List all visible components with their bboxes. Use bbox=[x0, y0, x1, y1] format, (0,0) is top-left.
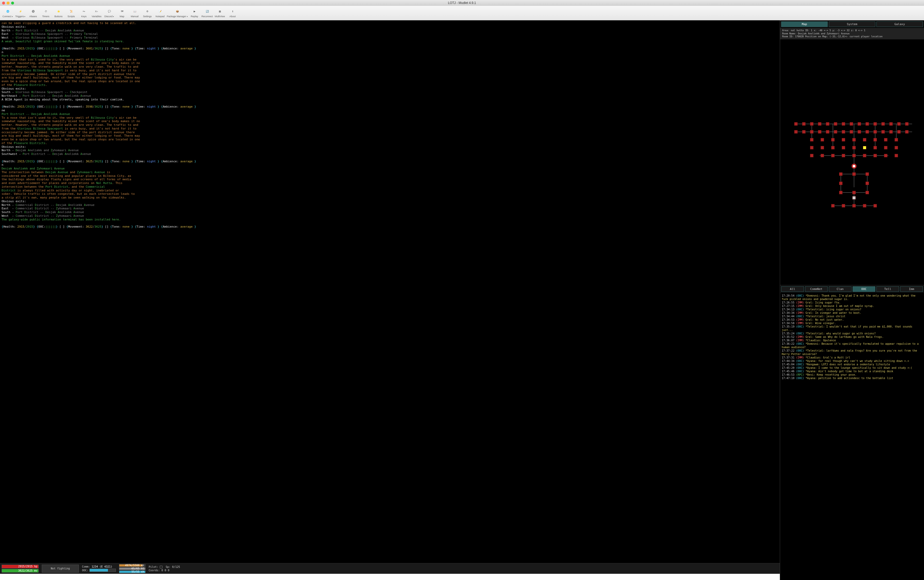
chat-tab-tell[interactable]: Tell bbox=[876, 286, 899, 292]
manual-icon: 📖 bbox=[132, 8, 138, 15]
svg-rect-16 bbox=[794, 130, 797, 133]
toolbar-connect[interactable]: 🌐Connect▾ bbox=[2, 7, 14, 20]
fight-status: Not fighting bbox=[42, 565, 79, 573]
map-info-room: Room Name: Desjak Anoliekk and Zyhomaari… bbox=[782, 32, 922, 35]
chat-tab-ooc[interactable]: OOC bbox=[853, 286, 875, 292]
toolbar-variables[interactable]: X=Variables bbox=[91, 7, 102, 20]
svg-rect-83 bbox=[842, 204, 845, 207]
svg-rect-75 bbox=[866, 173, 869, 176]
toolbar-reconnect[interactable]: 🔄Reconnect bbox=[201, 7, 213, 20]
zoom-button[interactable] bbox=[11, 2, 14, 5]
svg-rect-65 bbox=[832, 154, 835, 157]
titlebar: LOTJ - Mudlet 4.9.1 bbox=[0, 0, 924, 6]
toolbar-package-manager[interactable]: 📦Package Manager▾ bbox=[167, 7, 188, 20]
aliases-icon: 🔘 bbox=[30, 8, 36, 15]
ooc-label: OOC: bbox=[82, 569, 88, 572]
discord-icon: 💬 bbox=[106, 8, 112, 15]
svg-rect-62 bbox=[894, 146, 898, 149]
reconnect-icon: 🔄 bbox=[204, 8, 210, 15]
toolbar-manual[interactable]: 📖Manual bbox=[129, 7, 141, 20]
svg-rect-44 bbox=[905, 130, 908, 133]
svg-rect-84 bbox=[852, 204, 855, 207]
svg-rect-49 bbox=[852, 138, 855, 142]
coords-label: Coords: bbox=[148, 569, 160, 572]
chat-tab-clan[interactable]: Clan bbox=[829, 286, 851, 292]
close-button[interactable] bbox=[2, 2, 5, 5]
sh-bar: 55/55 sh bbox=[119, 570, 145, 573]
svg-rect-34 bbox=[866, 130, 869, 133]
chat-line: 17:44:34 (OOC) *Ayana: for real though w… bbox=[782, 359, 922, 363]
svg-rect-32 bbox=[858, 130, 861, 133]
svg-rect-15 bbox=[794, 122, 797, 125]
toolbar-keys[interactable]: 🗝Keys bbox=[78, 7, 90, 20]
pilot-label: Pilot: bbox=[148, 565, 158, 568]
svg-rect-54 bbox=[810, 146, 813, 149]
svg-rect-45 bbox=[810, 138, 813, 142]
map-canvas[interactable] bbox=[780, 40, 924, 285]
toolbar-scripts[interactable]: 📜Scripts bbox=[65, 7, 77, 20]
svg-rect-78 bbox=[839, 191, 843, 194]
settings-icon: ⚙ bbox=[144, 8, 150, 15]
chat-line: 17:34:53 (IMM) Gral: No not just water. bbox=[782, 318, 922, 321]
replay-icon: ▶ bbox=[191, 8, 198, 15]
svg-rect-56 bbox=[832, 146, 835, 149]
svg-rect-46 bbox=[821, 138, 824, 142]
comm-label: Comm: bbox=[82, 565, 90, 568]
svg-rect-47 bbox=[832, 138, 835, 142]
sp-value: Sp: 0/125 bbox=[166, 565, 180, 568]
scripts-icon: 📜 bbox=[68, 8, 74, 15]
chat-line: 17:36:22 (OOC) *Domovoi: Because it's sp… bbox=[782, 342, 922, 349]
connect-icon: 🌐 bbox=[5, 8, 11, 15]
toolbar: 🌐Connect▾⚡Triggers▾🔘Aliases⏱Timers⭐Butto… bbox=[0, 6, 924, 20]
map-tab-galaxy[interactable]: Galaxy bbox=[876, 21, 923, 27]
chat-line: 17:35:52 (IMM) Gral: Same as Why do larf… bbox=[782, 335, 922, 339]
toolbar-about[interactable]: ℹAbout bbox=[226, 7, 239, 20]
svg-rect-29 bbox=[850, 122, 853, 125]
timers-icon: ⏱ bbox=[43, 8, 49, 15]
toolbar-buttons[interactable]: ⭐Buttons bbox=[52, 7, 64, 20]
toolbar-replay[interactable]: ▶Replay bbox=[188, 7, 201, 20]
toolbar-discord[interactable]: 💬Discord▾ bbox=[103, 7, 116, 20]
toolbar-multiview[interactable]: ▦MultiView bbox=[214, 7, 226, 20]
chat-tab-all[interactable]: All bbox=[781, 286, 804, 292]
svg-rect-50 bbox=[863, 138, 866, 142]
chat-tab-imm[interactable]: Imm bbox=[900, 286, 923, 292]
svg-rect-81 bbox=[852, 196, 855, 199]
map-tab-system[interactable]: System bbox=[829, 21, 875, 27]
minimize-button[interactable] bbox=[7, 2, 10, 5]
toolbar-triggers[interactable]: ⚡Triggers▾ bbox=[14, 7, 26, 20]
package-manager-icon: 📦 bbox=[174, 8, 180, 15]
svg-rect-82 bbox=[832, 204, 835, 207]
svg-rect-30 bbox=[850, 130, 853, 133]
map-tab-map[interactable]: Map bbox=[781, 21, 828, 27]
chat-line: 17:45:04 (OOC) *Rengawm: LOTJ does not e… bbox=[782, 363, 922, 366]
command-input-row bbox=[0, 573, 780, 580]
mv-bar: 3622/3625 mv bbox=[2, 569, 39, 573]
command-input[interactable] bbox=[0, 574, 780, 580]
svg-rect-77 bbox=[866, 181, 869, 185]
chat-output: 17:20:54 (OOC) *Domovoi: Thank you. I'm … bbox=[780, 293, 924, 580]
chat-tabs: AllCommNetClanOOCTellImm bbox=[780, 285, 924, 293]
svg-rect-25 bbox=[834, 122, 837, 125]
svg-rect-28 bbox=[842, 130, 845, 133]
chat-line: 17:46:53 (RPC) *Bevi: Keep resetting you… bbox=[782, 373, 922, 376]
svg-rect-33 bbox=[866, 122, 869, 125]
chat-line: 17:26:55 (IMM) Gral: Icing sugar ftw. bbox=[782, 301, 922, 304]
svg-rect-48 bbox=[842, 138, 845, 142]
chat-line: 17:35:19 (OOC) *Telestrial: I wouldn't e… bbox=[782, 325, 922, 332]
svg-rect-63 bbox=[810, 154, 813, 157]
chat-line: 17:27:15 (IMM) Gral: Only because I am o… bbox=[782, 304, 922, 308]
svg-rect-69 bbox=[873, 154, 877, 157]
svg-rect-66 bbox=[842, 154, 845, 157]
map-info-roomid: Room ID: 170020 Position on Map: (-33,-1… bbox=[782, 35, 922, 38]
toolbar-timers[interactable]: ⏱Timers bbox=[40, 7, 52, 20]
svg-rect-53 bbox=[894, 138, 898, 142]
toolbar-aliases[interactable]: 🔘Aliases bbox=[27, 7, 39, 20]
chat-tab-commnet[interactable]: CommNet bbox=[805, 286, 828, 292]
toolbar-map[interactable]: 🗺Map bbox=[116, 7, 128, 20]
map-info: Area: nal hutta ID: 1 x: -40 <-> 5 y: -3… bbox=[780, 28, 924, 40]
toolbar-settings[interactable]: ⚙Settings bbox=[141, 7, 153, 20]
window-title: LOTJ - Mudlet 4.9.1 bbox=[0, 1, 924, 5]
toolbar-notepad[interactable]: 📝Notepad bbox=[154, 7, 166, 20]
coords-value: 0 0 0 bbox=[162, 569, 169, 572]
